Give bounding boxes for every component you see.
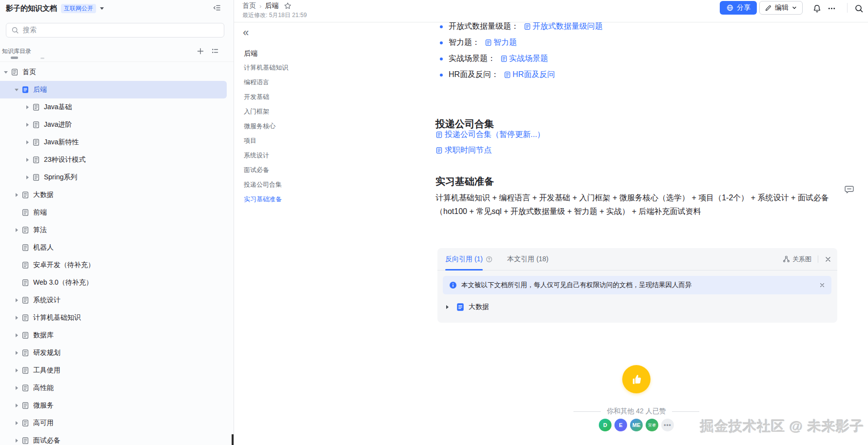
tree-item-label: 后端 <box>33 85 47 94</box>
avatar[interactable]: D <box>599 419 612 431</box>
tab-back-references[interactable]: 反向引用 (1) <box>445 248 483 270</box>
sidebar-tree-item[interactable]: 研发规划 <box>0 344 234 362</box>
notifications-button[interactable] <box>811 3 822 14</box>
avatar[interactable]: ME <box>630 419 643 431</box>
expand-caret-icon[interactable] <box>22 102 32 112</box>
close-panel-button[interactable] <box>825 256 831 263</box>
expand-caret-icon[interactable] <box>12 401 21 410</box>
toc-item[interactable]: 后端 <box>244 46 424 60</box>
document-link[interactable]: HR面及反问 <box>504 70 555 80</box>
expand-caret-icon[interactable] <box>12 190 21 200</box>
toc-item[interactable]: 面试必备 <box>244 163 424 177</box>
expand-caret-icon[interactable] <box>12 208 21 217</box>
help-button[interactable] <box>486 256 493 263</box>
breadcrumb-home[interactable]: 首页 <box>242 1 256 10</box>
sidebar-tree-item[interactable]: 机器人 <box>0 239 234 256</box>
sidebar-scrollbar-thumb[interactable] <box>232 434 234 445</box>
expand-caret-icon[interactable] <box>12 260 21 270</box>
sidebar-tree-item[interactable]: 前端 <box>0 204 234 221</box>
sidebar-tree-item[interactable]: 大数据 <box>0 186 234 204</box>
sidebar-tree-item[interactable]: 后端 <box>0 81 227 98</box>
expand-caret-icon[interactable] <box>12 278 21 288</box>
sidebar-tree-item[interactable]: Java新特性 <box>0 134 234 151</box>
toc-item[interactable]: 开发基础 <box>244 90 424 104</box>
toc-item[interactable]: 系统设计 <box>244 148 424 163</box>
toc-item[interactable]: 入门框架 <box>244 104 424 119</box>
dropdown-caret-icon[interactable] <box>100 7 104 10</box>
toc-item[interactable]: 投递公司合集 <box>244 177 424 192</box>
expand-caret-icon[interactable] <box>12 85 21 95</box>
document-link-label: 求职时间节点 <box>445 145 492 155</box>
expand-caret-icon[interactable] <box>12 418 21 428</box>
sidebar-tree-item[interactable]: 算法 <box>0 221 234 239</box>
expand-caret-icon[interactable] <box>22 120 32 130</box>
expand-caret-icon[interactable] <box>12 243 21 252</box>
sidebar-tree-item[interactable]: 计算机基础知识 <box>0 309 234 327</box>
expand-caret-icon[interactable] <box>12 313 21 323</box>
document-link[interactable]: 求职时间节点 <box>435 143 492 157</box>
more-actions-button[interactable] <box>826 3 837 14</box>
toc-item[interactable]: 编程语言 <box>244 75 424 90</box>
caption-dash <box>573 411 601 412</box>
expand-caret-icon[interactable] <box>12 436 21 445</box>
sidebar-tree-item[interactable]: 高性能 <box>0 379 234 397</box>
expand-caret-icon[interactable] <box>12 348 21 358</box>
like-button[interactable] <box>622 365 651 393</box>
comment-button[interactable] <box>844 184 854 194</box>
toc-item[interactable]: 项目 <box>244 134 424 148</box>
avatar[interactable]: E <box>614 419 627 431</box>
expand-caret-icon[interactable] <box>12 330 21 340</box>
document-icon <box>32 174 40 181</box>
expand-caret-icon[interactable] <box>1 67 11 77</box>
tree-item-label: Java进阶 <box>44 120 72 129</box>
document-link[interactable]: 智力题 <box>485 38 517 48</box>
sidebar-tree-item[interactable]: 数据库 <box>0 327 234 344</box>
directory-settings-button[interactable] <box>210 46 220 57</box>
toc-item[interactable]: 计算机基础知识 <box>244 60 424 75</box>
toc-item[interactable]: 微服务核心 <box>244 119 424 134</box>
favorite-star-button[interactable] <box>284 2 292 10</box>
knowledge-base-header[interactable]: 影子的知识文档 互联网公开 <box>6 2 104 14</box>
sidebar-tree-item[interactable]: 23种设计模式 <box>0 151 234 169</box>
document-link[interactable]: 实战场景题 <box>500 54 548 64</box>
sidebar-tree-item[interactable]: Web 3.0（待补充） <box>0 274 234 291</box>
document-link[interactable]: 投递公司合集（暂停更新...） <box>435 127 545 142</box>
referencing-document-row[interactable]: 大数据 <box>446 300 837 314</box>
bullet-dot <box>440 25 443 28</box>
sidebar-tree-item[interactable]: 安卓开发（待补充） <box>0 256 234 274</box>
sidebar-tree-item[interactable]: 高可用 <box>0 414 234 432</box>
sidebar-tree-item[interactable]: Java基础 <box>0 98 234 116</box>
relation-graph-button[interactable]: 关系图 <box>783 255 811 264</box>
more-likers-button[interactable]: ••• <box>661 419 674 431</box>
bullet-label: 开放式数据量级题： <box>449 21 519 32</box>
sidebar-tree-item[interactable]: 系统设计 <box>0 291 234 309</box>
panel-divider <box>818 255 818 263</box>
toc-item[interactable]: 实习基础准备 <box>244 192 424 207</box>
sidebar-tree-item[interactable]: Spring系列 <box>0 169 234 186</box>
expand-caret-icon[interactable] <box>12 225 21 235</box>
expand-caret-icon[interactable] <box>12 366 21 375</box>
expand-caret-icon[interactable] <box>12 383 21 393</box>
dismiss-banner-button[interactable] <box>819 282 825 288</box>
expand-caret-icon[interactable] <box>22 173 32 182</box>
search-input[interactable]: 搜索 <box>6 23 224 38</box>
expand-caret-icon[interactable] <box>12 295 21 305</box>
document-icon <box>21 86 29 94</box>
add-page-button[interactable] <box>195 46 206 57</box>
sidebar-tree-item[interactable]: 工具使用 <box>0 362 234 379</box>
collapse-toc-button[interactable]: « <box>243 27 249 38</box>
sidebar-tree-item[interactable]: 面试必备 <box>0 432 234 445</box>
avatar[interactable]: 宣睿 <box>646 419 658 431</box>
sidebar-tree-item[interactable]: 微服务 <box>0 397 234 414</box>
expand-caret-icon[interactable] <box>22 137 32 147</box>
edit-button[interactable]: 编辑 <box>759 1 803 15</box>
expand-caret-icon[interactable] <box>22 155 32 165</box>
share-button[interactable]: 分享 <box>720 1 757 15</box>
sidebar-tree-item[interactable]: 首页 <box>0 63 234 81</box>
collapse-sidebar-button[interactable] <box>212 3 222 13</box>
sidebar-tree-item[interactable]: Java进阶 <box>0 116 234 134</box>
document-link[interactable]: 开放式数据量级问题 <box>524 21 603 32</box>
tab-this-doc-references[interactable]: 本文引用 (18) <box>507 255 549 264</box>
search-button[interactable] <box>853 3 864 14</box>
expand-caret-icon[interactable] <box>446 305 453 309</box>
